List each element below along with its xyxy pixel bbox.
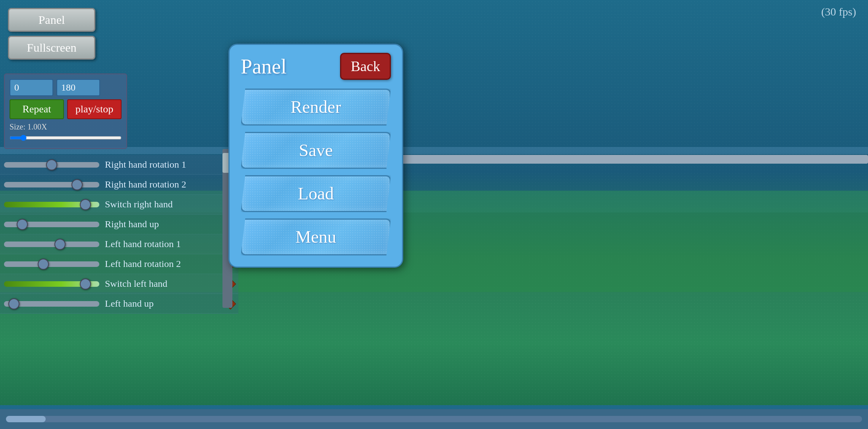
save-button[interactable]: Save [241, 132, 391, 169]
fullscreen-button[interactable]: Fullscreen [8, 36, 95, 60]
render-button[interactable]: Render [241, 89, 391, 126]
slider-track-4[interactable] [4, 242, 99, 247]
slider-handle-5[interactable] [38, 259, 49, 270]
slider-row: Switch right hand [0, 195, 238, 214]
slider-track-6[interactable] [4, 281, 99, 287]
bottom-scrollbar[interactable] [0, 409, 868, 429]
slider-track-2[interactable] [4, 202, 99, 207]
band-top [0, 147, 868, 154]
slider-label-6: Switch left hand [105, 278, 167, 289]
from-frame-input[interactable] [10, 79, 53, 96]
frame-range-row [10, 79, 122, 96]
panel-menu-buttons: RenderSaveLoadMenu [241, 89, 391, 255]
to-frame-input[interactable] [56, 79, 100, 96]
panel-popup: Panel Back RenderSaveLoadMenu [228, 44, 403, 268]
sliders-area: Right hand rotation 1Right hand rotation… [0, 155, 238, 314]
slider-track-7[interactable] [4, 301, 99, 307]
size-label: Size: 1.00X [10, 122, 122, 131]
controls-panel: Repeat play/stop Size: 1.00X [4, 73, 127, 149]
slider-row: Right hand up [0, 214, 238, 234]
slider-handle-0[interactable] [46, 159, 57, 170]
slider-label-0: Right hand rotation 1 [105, 159, 186, 170]
slider-handle-2[interactable] [80, 199, 91, 210]
slider-handle-1[interactable] [72, 179, 83, 190]
slider-row: Right hand rotation 1 [0, 155, 238, 175]
bottom-scroll-thumb[interactable] [6, 416, 46, 422]
slider-label-4: Left hand rotation 1 [105, 239, 181, 249]
slider-track-3[interactable] [4, 222, 99, 227]
load-button[interactable]: Load [241, 175, 391, 212]
slider-handle-3[interactable] [17, 219, 28, 230]
top-left-panel: Panel Fullscreen [8, 8, 95, 60]
playstop-button[interactable]: play/stop [67, 99, 122, 119]
slider-row: Left hand rotation 2 [0, 254, 238, 274]
slider-row: Switch left hand [0, 274, 238, 294]
menu-button[interactable]: Menu [241, 218, 391, 255]
fps-counter: (30 fps) [821, 6, 856, 18]
slider-row: Left hand up [0, 294, 238, 314]
slider-handle-7[interactable] [8, 298, 19, 309]
slider-label-7: Left hand up [105, 298, 154, 309]
slider-track-5[interactable] [4, 261, 99, 267]
panel-button[interactable]: Panel [8, 8, 95, 32]
slider-handle-6[interactable] [80, 278, 91, 290]
slider-label-2: Switch right hand [105, 199, 173, 210]
slider-label-3: Right hand up [105, 219, 159, 230]
slider-track-1[interactable] [4, 182, 99, 187]
playback-row: Repeat play/stop [10, 99, 122, 119]
size-slider[interactable] [10, 134, 122, 142]
repeat-button[interactable]: Repeat [10, 99, 64, 119]
slider-track-0[interactable] [4, 162, 99, 168]
back-button[interactable]: Back [340, 53, 391, 80]
panel-header: Panel Back [241, 53, 391, 80]
slider-row: Left hand rotation 1 [0, 234, 238, 254]
slider-label-1: Right hand rotation 2 [105, 179, 186, 190]
bottom-scroll-track[interactable] [6, 416, 862, 422]
slider-row: Right hand rotation 2 [0, 175, 238, 195]
panel-popup-title: Panel [241, 55, 287, 78]
slider-label-5: Left hand rotation 2 [105, 259, 181, 269]
slider-handle-4[interactable] [54, 239, 66, 250]
